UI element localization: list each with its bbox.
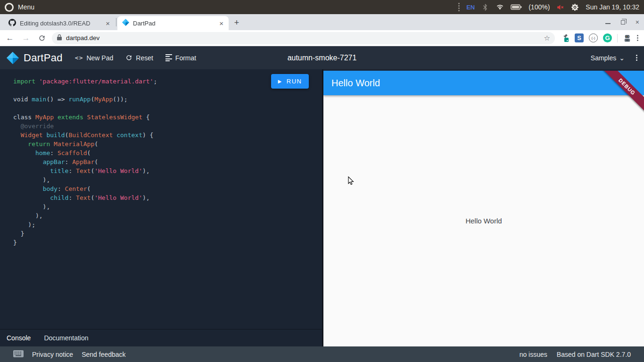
- chevron-down-icon: ⌄: [619, 54, 625, 62]
- code-line: child: Text('Hello World'),: [13, 193, 322, 202]
- dartpad-header: DartPad <> New Pad Reset Format autumn-s…: [0, 46, 644, 69]
- code-line: @override: [13, 122, 322, 131]
- tab-title: Editing dotslash3.0/READ: [20, 20, 100, 27]
- s-extension-icon[interactable]: S: [575, 33, 584, 42]
- lock-icon: [57, 34, 62, 42]
- privacy-notice-link[interactable]: Privacy notice: [32, 351, 73, 358]
- dartpad-logo-icon: [7, 52, 19, 64]
- code-line: class MyApp extends StatelessWidget {: [13, 113, 322, 122]
- language-indicator[interactable]: EN: [466, 4, 475, 11]
- toolbar-divider: [617, 34, 618, 42]
- wifi-icon[interactable]: [496, 3, 504, 11]
- code-content[interactable]: import 'package:flutter/material.dart'; …: [13, 77, 322, 247]
- system-menu-label[interactable]: Menu: [18, 3, 34, 11]
- main-area: import 'package:flutter/material.dart'; …: [0, 69, 644, 346]
- tab-title: DartPad: [133, 20, 214, 27]
- new-pad-button[interactable]: <> New Pad: [75, 54, 113, 62]
- profile-avatar[interactable]: [623, 33, 632, 42]
- code-line: ),: [13, 211, 322, 220]
- format-button[interactable]: Format: [165, 54, 196, 62]
- indicator-dots-icon[interactable]: [458, 3, 460, 11]
- format-icon: [165, 54, 172, 62]
- tab-close-icon[interactable]: ×: [218, 19, 225, 27]
- code-line: ),: [13, 202, 322, 211]
- window-minimize-button[interactable]: [605, 20, 611, 24]
- reset-button[interactable]: Reset: [125, 54, 153, 62]
- samples-label: Samples: [591, 54, 616, 62]
- tab-console[interactable]: Console: [7, 334, 31, 342]
- url-text[interactable]: dartpad.dev: [66, 34, 540, 41]
- code-editor[interactable]: import 'package:flutter/material.dart'; …: [0, 69, 322, 329]
- code-line: body: Center(: [13, 184, 322, 193]
- back-button[interactable]: ←: [4, 32, 16, 44]
- browser-tab-strip: Editing dotslash3.0/READ × DartPad × + ×: [0, 14, 644, 30]
- colorpicker-extension-icon[interactable]: [561, 33, 570, 42]
- tab-close-icon[interactable]: ×: [104, 19, 111, 27]
- code-line: appBar: AppBar(: [13, 157, 322, 166]
- code-line: [13, 104, 322, 113]
- status-footer: Privacy notice Send feedback no issues B…: [0, 346, 644, 362]
- window-restore-button[interactable]: [621, 20, 625, 25]
- play-icon: ▶: [278, 79, 282, 84]
- code-line: home: Scaffold(: [13, 148, 322, 157]
- run-label: RUN: [287, 78, 302, 85]
- window-close-button[interactable]: ×: [636, 18, 639, 26]
- code-line: ),: [13, 175, 322, 184]
- battery-percent: (100%): [528, 3, 550, 11]
- dartpad-menu-kebab-icon[interactable]: [636, 55, 637, 61]
- reset-label: Reset: [136, 54, 153, 62]
- code-line: void main() => runApp(MyApp());: [13, 95, 322, 104]
- browser-tab-github[interactable]: Editing dotslash3.0/READ ×: [4, 16, 115, 30]
- new-tab-button[interactable]: +: [231, 16, 243, 29]
- keyboard-icon[interactable]: [13, 350, 24, 359]
- mouse-cursor-icon: [348, 176, 355, 186]
- refresh-button[interactable]: [36, 32, 48, 44]
- grammarly-extension-icon[interactable]: G: [603, 33, 612, 42]
- code-line: }: [13, 229, 322, 238]
- extensions-area: S (-) G: [559, 33, 640, 42]
- reset-icon: [125, 54, 132, 61]
- browser-tab-dartpad[interactable]: DartPad ×: [117, 16, 229, 30]
- battery-icon[interactable]: [511, 4, 522, 10]
- code-line: return MaterialApp(: [13, 140, 322, 148]
- flutter-appbar-title: Hello World: [331, 78, 380, 89]
- flutter-body: Hello World: [323, 95, 644, 346]
- bottom-tabs-bar: Console Documentation: [0, 329, 322, 346]
- pad-name: autumn-smoke-7271: [288, 54, 357, 62]
- run-button[interactable]: ▶ RUN: [271, 74, 309, 89]
- code-line: Widget build(BuildContext context) {: [13, 131, 322, 140]
- circle-extension-icon[interactable]: (-): [589, 33, 598, 42]
- system-clock[interactable]: Sun Jan 19, 10:32: [586, 3, 639, 11]
- editor-panel: import 'package:flutter/material.dart'; …: [0, 69, 322, 346]
- browser-menu-kebab-icon[interactable]: [637, 35, 638, 41]
- dartpad-favicon-icon: [122, 19, 129, 27]
- dartpad-logo[interactable]: DartPad: [7, 52, 63, 64]
- address-bar[interactable]: dartpad.dev ☆: [52, 32, 555, 44]
- settings-gear-icon[interactable]: [571, 3, 579, 11]
- system-top-bar: Menu EN (100%) Sun Jan 19, 10:32: [0, 0, 644, 14]
- system-menu[interactable]: Menu: [5, 3, 34, 12]
- bluetooth-icon[interactable]: [481, 3, 489, 11]
- code-line: title: Text('Hello World'),: [13, 166, 322, 175]
- tab-documentation[interactable]: Documentation: [44, 334, 88, 342]
- code-line: );: [13, 220, 322, 229]
- flutter-output-panel: Hello World DEBUG Hello World: [323, 69, 644, 346]
- code-brackets-icon: <>: [75, 54, 83, 61]
- flutter-appbar: Hello World: [323, 71, 644, 95]
- forward-button[interactable]: →: [20, 32, 32, 44]
- issues-status: no issues: [520, 351, 547, 358]
- send-feedback-link[interactable]: Send feedback: [82, 351, 125, 358]
- bookmark-star-icon[interactable]: ☆: [544, 34, 550, 42]
- code-line: }: [13, 238, 322, 247]
- flutter-center-text: Hello World: [465, 217, 502, 225]
- volume-muted-icon[interactable]: [556, 3, 564, 11]
- github-favicon-icon: [8, 19, 16, 28]
- dartpad-brand-name: DartPad: [24, 52, 63, 64]
- samples-dropdown[interactable]: Samples ⌄: [591, 54, 625, 62]
- tab-separator: [116, 18, 116, 26]
- distro-logo-icon: [5, 3, 14, 12]
- browser-toolbar: ← → dartpad.dev ☆ S (-) G: [0, 30, 644, 46]
- new-pad-label: New Pad: [86, 54, 113, 62]
- format-label: Format: [175, 54, 196, 62]
- sdk-version: Based on Dart SDK 2.7.0: [557, 351, 631, 358]
